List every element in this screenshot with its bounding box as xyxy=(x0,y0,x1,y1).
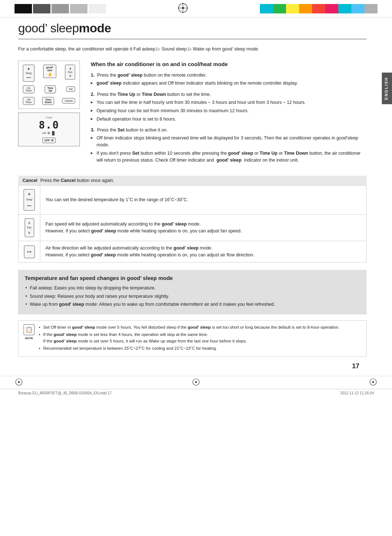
reg-mark-bottom-right xyxy=(369,378,377,387)
note-bullet-3: Recommended set temperature is between 2… xyxy=(39,345,339,352)
step-3-bullet-1: Off timer indicator stops blinking and r… xyxy=(91,135,367,149)
temp-icon-cell: + Temp — xyxy=(19,186,40,215)
step-2-bullet-3: Default operation hour is set to 8 hours… xyxy=(91,116,367,123)
page-title: good’ sleepmode xyxy=(18,21,367,39)
temperature-bullets: Fall asleep: Eases you into sleep by dro… xyxy=(25,285,360,308)
footer-left: Boracay EU_AR09FSFT@_IB_DB68-03366A_EN.i… xyxy=(18,391,112,395)
reg-mark-bottom-center xyxy=(192,378,200,387)
step-1-bullets: good' sleep indicator appears and Off ti… xyxy=(91,80,367,87)
temp-bullet-3: Wake up from good' sleep mode: Allows yo… xyxy=(25,301,360,308)
cancel-label: Cancel xyxy=(23,178,37,183)
table-row-fan: ∧ Fan ∨ Fan speed will be adjusted autom… xyxy=(19,214,367,241)
step-2-heading: 2. Press the Time Up or Time Down button… xyxy=(91,92,367,97)
remote-temp-label: Temp xyxy=(25,72,32,74)
temp-text: You can set the desired temperature by 1… xyxy=(40,186,367,215)
step-1-heading: 1. Press the good' sleep button on the r… xyxy=(91,73,367,78)
info-table: + Temp — You can set the desired tempera… xyxy=(18,185,367,263)
airflow-icon-cell: ↦ xyxy=(19,241,40,263)
step-2: 2. Press the Time Up or Time Down button… xyxy=(91,92,367,122)
temperature-title: Temperature and fan speed changes in goo… xyxy=(25,275,360,281)
top-blocks-left xyxy=(15,4,106,13)
cancel-box: Cancel Press the Cancel button once agai… xyxy=(18,176,367,185)
step-2-bullet-2: Operating hour can be set from minimum 3… xyxy=(91,107,367,114)
block-light xyxy=(70,4,87,13)
step-2-bullets: You can set the time in half hourly unit… xyxy=(91,99,367,122)
note-bullet-2: If the good' sleep mode is set less than… xyxy=(39,332,339,344)
fan-icon-cell: ∧ Fan ∨ xyxy=(19,214,40,241)
note-bullet-1: Set Off timer in good' sleep mode over 5… xyxy=(39,324,339,330)
fan-text: Fan speed will be adjusted automatically… xyxy=(40,214,367,241)
english-sidebar: ENGLISH xyxy=(382,73,392,104)
step-1-bullet-1: good' sleep indicator appears and Off ti… xyxy=(91,80,367,87)
footer: Boracay EU_AR09FSFT@_IB_DB68-03366A_EN.i… xyxy=(0,389,392,397)
instructions-area: When the air conditioner is on and in co… xyxy=(91,61,367,169)
temp-bullet-1: Fall asleep: Eases you into sleep by dro… xyxy=(25,285,360,292)
reg-mark-top-center xyxy=(177,3,188,15)
note-box: 📋 NOTE Set Off timer in good' sleep mode… xyxy=(18,320,367,357)
block-dark xyxy=(33,4,50,13)
remote-illustration: + Temp — good' slee ✋ xyxy=(18,61,80,169)
temp-bullet-2: Sound sleep: Relaxes your body and raise… xyxy=(25,293,360,300)
when-section-title: When the air conditioner is on and in co… xyxy=(91,61,367,68)
page-number: 17 xyxy=(18,362,367,370)
table-row-temp: + Temp — You can set the desired tempera… xyxy=(19,186,367,215)
temperature-section: Temperature and fan speed changes in goo… xyxy=(18,270,367,314)
remote-fan-label: Fan xyxy=(68,71,72,73)
display-mode: Cool xyxy=(21,116,77,119)
svg-point-9 xyxy=(372,381,374,383)
block-black xyxy=(15,4,32,13)
step-3: 3. Press the Set button to active it on.… xyxy=(91,127,367,163)
display-off: OFF ❄ xyxy=(42,138,56,143)
table-row-airflow: ↦ Air flow direction will be adjusted au… xyxy=(19,241,367,263)
display-value: 8.0 xyxy=(21,119,77,131)
step-3-heading: 3. Press the Set button to active it on. xyxy=(91,127,367,133)
color-swatches xyxy=(260,4,377,13)
block-mid xyxy=(52,4,69,13)
step-1: 1. Press the good' sleep button on the r… xyxy=(91,73,367,87)
airflow-text: Air flow direction will be adjusted auto… xyxy=(40,241,367,263)
svg-point-5 xyxy=(18,381,20,383)
step-3-bullet-2: If you don't press Set button within 10 … xyxy=(91,150,367,164)
reg-mark-bottom-left xyxy=(15,378,23,387)
note-label: NOTE xyxy=(25,336,33,341)
note-icon: 📋 xyxy=(24,324,34,335)
block-white xyxy=(89,4,106,13)
svg-point-7 xyxy=(195,381,197,383)
cancel-text: Press the Cancel button once again. xyxy=(40,178,114,183)
step-2-bullet-1: You can set the time in half hourly unit… xyxy=(91,99,367,106)
step-3-bullets: Off timer indicator stops blinking and r… xyxy=(91,135,367,163)
note-content: Set Off timer in good' sleep mode over 5… xyxy=(39,324,339,353)
intro-text: For a comfortable sleep, the air conditi… xyxy=(18,46,367,53)
display-sub: HR ❄ ▐▌ xyxy=(21,131,77,135)
footer-right: 2012-11-12 11:26:04 xyxy=(340,391,374,395)
